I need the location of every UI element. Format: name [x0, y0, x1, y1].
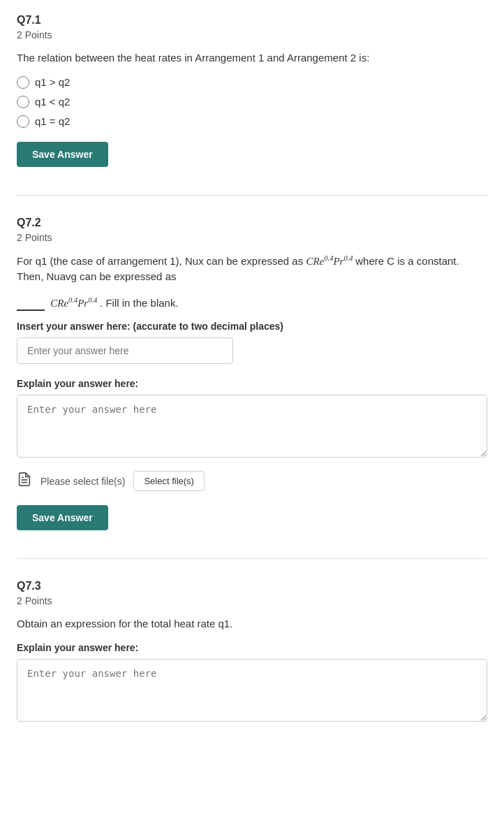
q72-title: Q7.2	[17, 217, 487, 229]
radio-label-q1-gt-q2: q1 > q2	[35, 76, 70, 88]
q71-radio-group: q1 > q2 q1 < q2 q1 = q2	[17, 76, 487, 128]
question-73: Q7.3 2 Points Obtain an expression for t…	[17, 580, 487, 735]
question-71: Q7.1 2 Points The relation between the h…	[17, 14, 487, 167]
q72-answer-input[interactable]	[17, 337, 233, 364]
radio-item-q1-lt-q2[interactable]: q1 < q2	[17, 96, 487, 108]
q72-insert-label: Insert your answer here: (accurate to tw…	[17, 321, 487, 332]
q72-points: 2 Points	[17, 232, 487, 243]
q73-points: 2 Points	[17, 595, 487, 606]
q72-save-button[interactable]: Save Answer	[17, 505, 108, 530]
q72-file-section: Please select file(s) Select file(s)	[17, 471, 487, 491]
divider-2	[17, 558, 487, 559]
question-72: Q7.2 2 Points For q1 (the case of arrang…	[17, 217, 487, 531]
q71-title: Q7.1	[17, 14, 487, 27]
blank-underline	[17, 309, 45, 311]
q73-explain-label: Explain your answer here:	[17, 642, 487, 653]
divider-1	[17, 195, 487, 196]
q73-explain-textarea[interactable]	[17, 659, 487, 722]
q72-fill-blank-line: CRe0.4Pr0.4 . Fill in the blank.	[17, 295, 487, 312]
radio-label-q1-eq-q2: q1 = q2	[35, 115, 70, 127]
radio-item-q1-eq-q2[interactable]: q1 = q2	[17, 115, 487, 128]
q72-explain-textarea[interactable]	[17, 395, 487, 458]
q71-text: The relation between the heat rates in A…	[17, 50, 487, 66]
radio-q1-lt-q2[interactable]	[17, 96, 29, 108]
radio-q1-gt-q2[interactable]	[17, 76, 29, 89]
q72-explain-label: Explain your answer here:	[17, 378, 487, 389]
q72-text: For q1 (the case of arrangement 1), Nux …	[17, 253, 487, 285]
q71-points: 2 Points	[17, 29, 487, 41]
q72-select-files-button[interactable]: Select file(s)	[133, 471, 205, 491]
radio-item-q1-gt-q2[interactable]: q1 > q2	[17, 76, 487, 89]
file-icon	[17, 472, 32, 490]
q72-file-label: Please select file(s)	[40, 476, 125, 487]
q71-save-button[interactable]: Save Answer	[17, 142, 108, 167]
q73-title: Q7.3	[17, 580, 487, 592]
q72-math-expr: CRe0.4Pr0.4	[306, 256, 355, 267]
radio-q1-eq-q2[interactable]	[17, 115, 29, 128]
q73-text: Obtain an expression for the total heat …	[17, 616, 487, 632]
radio-label-q1-lt-q2: q1 < q2	[35, 96, 70, 108]
q72-fill-math: CRe0.4Pr0.4	[50, 298, 100, 309]
